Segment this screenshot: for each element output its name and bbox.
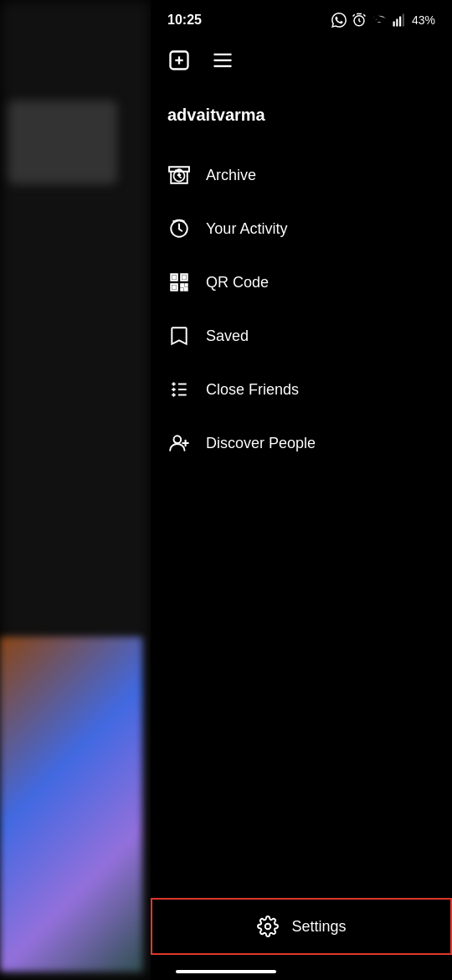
svg-rect-3 bbox=[399, 17, 401, 27]
menu-button[interactable] bbox=[208, 45, 238, 75]
svg-rect-20 bbox=[186, 284, 187, 286]
svg-rect-18 bbox=[172, 286, 175, 288]
svg-rect-2 bbox=[396, 19, 398, 27]
top-bar bbox=[151, 37, 452, 84]
menu-item-qr-code[interactable]: QR Code bbox=[151, 255, 452, 309]
discover-label: Discover People bbox=[206, 435, 316, 452]
plus-square-icon bbox=[167, 49, 191, 72]
menu-item-saved[interactable]: Saved bbox=[151, 309, 452, 363]
svg-rect-1 bbox=[393, 22, 394, 27]
saved-icon bbox=[167, 324, 191, 348]
new-post-button[interactable] bbox=[164, 45, 194, 75]
status-icons: 43% bbox=[331, 13, 435, 28]
svg-rect-4 bbox=[403, 14, 404, 27]
menu-item-discover-people[interactable]: Discover People bbox=[151, 416, 452, 470]
svg-rect-14 bbox=[172, 276, 175, 278]
menu-list: Archive Your Activity bbox=[151, 148, 452, 470]
left-panel-content bbox=[0, 0, 151, 980]
settings-icon bbox=[256, 915, 280, 938]
drawer-header: advaitvarma bbox=[151, 84, 452, 142]
blurred-content-bottom bbox=[0, 637, 142, 972]
svg-point-32 bbox=[174, 436, 182, 443]
settings-label: Settings bbox=[291, 918, 346, 936]
svg-rect-16 bbox=[182, 276, 185, 278]
settings-button[interactable]: Settings bbox=[151, 898, 452, 955]
svg-rect-19 bbox=[181, 284, 183, 286]
battery-status: 43% bbox=[412, 13, 435, 27]
status-bar: 10:25 43% bbox=[151, 0, 452, 37]
whatsapp-icon bbox=[331, 13, 347, 28]
qr-icon bbox=[167, 271, 191, 294]
home-indicator bbox=[176, 970, 276, 973]
menu-item-close-friends[interactable]: Close Friends bbox=[151, 363, 452, 416]
svg-rect-22 bbox=[185, 288, 187, 291]
menu-item-your-activity[interactable]: Your Activity bbox=[151, 202, 452, 255]
username: advaitvarma bbox=[167, 97, 435, 132]
activity-icon bbox=[167, 217, 191, 240]
discover-icon bbox=[167, 431, 191, 455]
hamburger-icon bbox=[211, 49, 234, 72]
menu-item-archive[interactable]: Archive bbox=[151, 148, 452, 202]
svg-rect-21 bbox=[181, 289, 182, 291]
blurred-content-top bbox=[8, 101, 117, 184]
svg-point-35 bbox=[265, 924, 271, 930]
qr-label: QR Code bbox=[206, 274, 269, 291]
archive-icon bbox=[167, 163, 191, 187]
status-time: 10:25 bbox=[167, 13, 202, 28]
drawer-panel: 10:25 43% bbox=[151, 0, 452, 980]
alarm-icon bbox=[352, 13, 367, 28]
saved-label: Saved bbox=[206, 328, 249, 345]
signal-icon bbox=[392, 13, 407, 28]
activity-label: Your Activity bbox=[206, 220, 287, 238]
close-friends-label: Close Friends bbox=[206, 381, 299, 399]
archive-label: Archive bbox=[206, 167, 256, 184]
wifi-icon bbox=[372, 13, 387, 28]
close-friends-icon bbox=[167, 378, 191, 401]
